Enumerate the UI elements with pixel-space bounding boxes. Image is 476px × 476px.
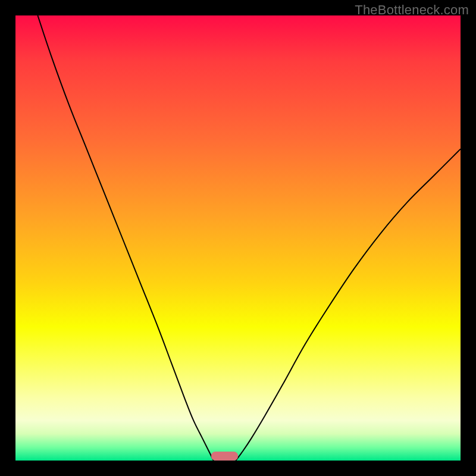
bottleneck-curve	[15, 15, 461, 461]
watermark-text: TheBottleneck.com	[355, 2, 469, 18]
curve-right-branch	[236, 149, 461, 461]
minimum-marker	[211, 452, 238, 461]
curve-left-branch	[37, 15, 213, 461]
plot-area	[15, 15, 461, 461]
chart-frame: TheBottleneck.com	[0, 0, 476, 476]
